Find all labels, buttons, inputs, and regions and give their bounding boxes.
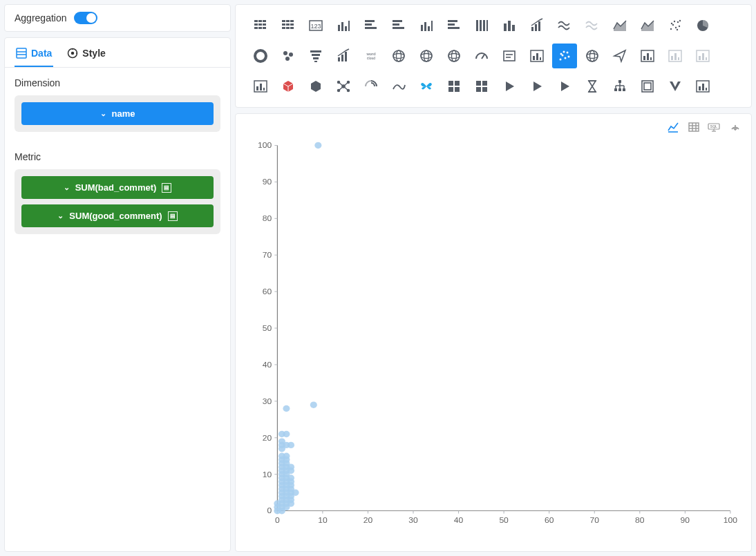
- viz-pivot2-icon[interactable]: [276, 13, 301, 38]
- svg-point-228: [278, 445, 285, 452]
- viz-num-icon[interactable]: 123: [303, 13, 328, 38]
- viz-barbox5-icon[interactable]: [248, 74, 273, 99]
- viz-bars-icon[interactable]: [469, 13, 494, 38]
- viz-cube-icon[interactable]: [276, 74, 301, 99]
- svg-point-58: [679, 26, 680, 27]
- viz-grid-icon[interactable]: [442, 74, 466, 99]
- svg-point-101: [587, 50, 598, 61]
- viz-hex-icon[interactable]: [303, 74, 328, 99]
- svg-text:0: 0: [267, 506, 272, 515]
- metric-chip-good[interactable]: ⌄ SUM(good_comment) ▤: [21, 204, 214, 227]
- svg-rect-36: [393, 27, 404, 29]
- metric-chip-bad[interactable]: ⌄ SUM(bad_commet) ▤: [21, 176, 214, 199]
- viz-bar3d-icon[interactable]: [497, 13, 522, 38]
- viz-barbox3-icon[interactable]: [663, 44, 688, 68]
- viz-card-icon[interactable]: [497, 44, 522, 68]
- tool-chart-view-icon[interactable]: [665, 119, 681, 135]
- viz-pie-icon[interactable]: [690, 13, 715, 38]
- viz-barbox6-icon[interactable]: [690, 74, 715, 99]
- viz-tree-icon[interactable]: [607, 74, 632, 99]
- viz-grid2-icon[interactable]: [469, 74, 494, 99]
- svg-text:10: 10: [318, 515, 328, 524]
- viz-frame-icon[interactable]: [635, 74, 660, 99]
- svg-rect-133: [448, 81, 453, 86]
- svg-text:70: 70: [263, 250, 272, 259]
- svg-rect-23: [286, 27, 290, 29]
- dimension-chip-name[interactable]: ⌄ name: [21, 102, 214, 125]
- viz-donut-icon[interactable]: [248, 44, 273, 68]
- viz-area-icon[interactable]: [607, 13, 632, 38]
- tab-data[interactable]: Data: [15, 38, 53, 67]
- viz-barbox-icon[interactable]: [525, 44, 549, 68]
- viz-wave2-icon[interactable]: [580, 13, 605, 38]
- chart-panel: SQL 010203040506070809010001020304050607…: [235, 113, 752, 552]
- svg-rect-108: [650, 57, 652, 60]
- viz-globe4-icon[interactable]: [580, 44, 605, 68]
- svg-rect-70: [313, 57, 319, 59]
- viz-play-icon[interactable]: [497, 74, 522, 99]
- viz-scatter2-icon[interactable]: [663, 13, 688, 38]
- viz-v-icon[interactable]: [663, 74, 688, 99]
- svg-rect-38: [424, 22, 426, 31]
- svg-point-62: [679, 20, 681, 21]
- viz-play3-icon[interactable]: [552, 74, 577, 99]
- viz-area2-icon[interactable]: [635, 13, 660, 38]
- svg-rect-28: [341, 22, 343, 31]
- svg-point-102: [587, 54, 598, 59]
- svg-text:123: 123: [310, 23, 321, 30]
- tool-sql-icon[interactable]: SQL: [707, 119, 722, 135]
- svg-rect-51: [531, 27, 533, 31]
- viz-hourglass-icon[interactable]: [580, 74, 605, 99]
- svg-rect-72: [338, 57, 340, 61]
- viz-wave-icon[interactable]: [552, 13, 577, 38]
- viz-curve-icon[interactable]: [386, 74, 411, 99]
- svg-rect-140: [482, 87, 487, 92]
- viz-play2-icon[interactable]: [525, 74, 549, 99]
- viz-cluster-icon[interactable]: [276, 44, 301, 68]
- tool-download-icon[interactable]: [728, 119, 743, 135]
- viz-funnel-icon[interactable]: [303, 44, 328, 68]
- viz-wordcloud-icon[interactable]: wordcloud: [359, 44, 384, 68]
- viz-barbox2-icon[interactable]: [635, 44, 660, 68]
- tool-table-view-icon[interactable]: [686, 119, 701, 135]
- viz-barh2-icon[interactable]: [386, 13, 411, 38]
- svg-rect-135: [448, 87, 453, 92]
- svg-rect-112: [678, 57, 679, 60]
- svg-point-60: [671, 23, 672, 24]
- svg-rect-12: [263, 23, 266, 26]
- viz-barbox4-icon[interactable]: [690, 44, 715, 68]
- svg-text:100: 100: [724, 515, 737, 524]
- viz-barh3-icon[interactable]: [442, 13, 466, 38]
- viz-scatter-icon[interactable]: [552, 44, 577, 68]
- viz-barup2-icon[interactable]: [331, 44, 356, 68]
- dimension-label: Dimension: [15, 77, 220, 88]
- scatter-plot[interactable]: 0102030405060708090100010203040506070809…: [249, 139, 737, 530]
- svg-point-65: [283, 51, 287, 55]
- svg-marker-141: [506, 82, 514, 91]
- svg-text:SQL: SQL: [710, 124, 717, 128]
- svg-rect-68: [310, 50, 321, 52]
- chevron-down-icon: ⌄: [64, 183, 70, 192]
- viz-network-icon[interactable]: [331, 74, 356, 99]
- viz-barh-icon[interactable]: [359, 13, 384, 38]
- viz-globe2-icon[interactable]: [414, 44, 439, 68]
- viz-gauge-icon[interactable]: [469, 44, 494, 68]
- svg-rect-91: [533, 56, 535, 60]
- viz-barv-icon[interactable]: [331, 13, 356, 38]
- viz-barup-icon[interactable]: [525, 13, 549, 38]
- aggregation-toggle[interactable]: [74, 12, 97, 24]
- viz-pivot-icon[interactable]: [248, 13, 273, 38]
- svg-rect-115: [702, 53, 704, 60]
- viz-globe3-icon[interactable]: [442, 44, 466, 68]
- svg-rect-39: [428, 26, 430, 31]
- viz-butterfly-icon[interactable]: [414, 74, 439, 99]
- tab-style[interactable]: Style: [66, 38, 106, 67]
- svg-point-99: [563, 51, 565, 53]
- viz-paperplane-icon[interactable]: [607, 44, 632, 68]
- viz-globe-icon[interactable]: [386, 44, 411, 68]
- viz-barv2-icon[interactable]: [414, 13, 439, 38]
- svg-point-221: [310, 401, 317, 408]
- viz-radial-icon[interactable]: [359, 74, 384, 99]
- svg-rect-20: [286, 23, 290, 26]
- metric-section: Metric ⌄ SUM(bad_commet) ▤ ⌄ SUM(good_co…: [5, 142, 230, 244]
